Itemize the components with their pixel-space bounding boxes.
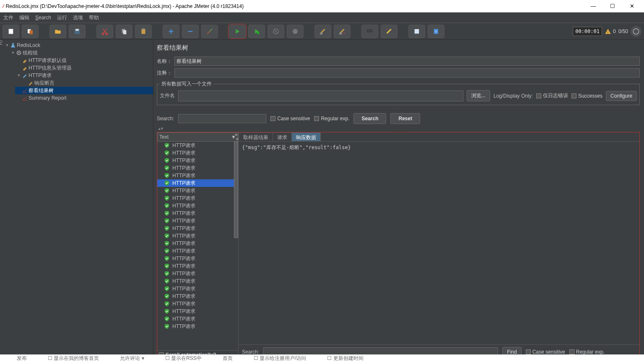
result-item[interactable]: HTTP请求 (157, 194, 238, 202)
wrench-icon (22, 65, 28, 71)
toggle-button[interactable] (201, 25, 218, 38)
menu-run[interactable]: 运行 (57, 14, 67, 21)
start-button[interactable] (229, 25, 246, 38)
footer-case-checkbox[interactable]: Case sensitive (526, 349, 565, 355)
browse-button[interactable]: 浏览... (467, 90, 490, 101)
comment-input[interactable] (174, 68, 640, 78)
search-tree-button[interactable] (361, 25, 378, 38)
test-plan-tree[interactable]: ▼ RedisLock ▼ 线程组 HTTP请求默认值 HTTP信息头管理器 ▼… (3, 40, 153, 362)
search-button[interactable]: Search (353, 113, 386, 124)
result-item-label: HTTP请求 (172, 263, 195, 270)
result-item[interactable]: HTTP请求 (157, 232, 238, 240)
result-item-label: HTTP请求 (172, 323, 195, 330)
result-item[interactable]: HTTP请求 (157, 277, 238, 285)
svg-rect-9 (142, 29, 145, 34)
copy-button[interactable] (116, 25, 132, 38)
renderer-dropdown[interactable]: Text▼ (157, 132, 238, 142)
result-item[interactable]: HTTP请求 (157, 255, 238, 262)
results-list[interactable]: HTTP请求HTTP请求HTTP请求HTTP请求HTTP请求HTTP请求HTTP… (157, 142, 238, 350)
case-sensitive-checkbox[interactable]: Case sensitive (270, 116, 310, 122)
open-button[interactable] (49, 25, 66, 38)
tab-sampler-result[interactable]: 取样器结果 (239, 132, 273, 141)
tree-thread-group[interactable]: ▼ 线程组 (9, 49, 153, 57)
result-item[interactable]: HTTP请求 (157, 292, 238, 300)
result-item[interactable]: HTTP请求 (157, 270, 238, 277)
tab-response-data[interactable]: 响应数据 (291, 132, 321, 141)
success-shield-icon (164, 308, 170, 314)
minimize-button[interactable]: — (584, 0, 603, 13)
results-scrollbar[interactable] (234, 142, 238, 238)
paste-button[interactable] (135, 25, 152, 38)
result-item[interactable]: HTTP请求 (157, 308, 238, 315)
tree-view-results-tree[interactable]: 察看结果树 (15, 87, 153, 94)
new-button[interactable] (3, 25, 19, 38)
result-item[interactable]: HTTP请求 (157, 315, 238, 323)
errors-only-checkbox[interactable]: 仅日志错误 (536, 92, 568, 99)
function-helper-button[interactable] (408, 25, 425, 38)
splitter-grip-2[interactable]: ▪▪▪▪▪ (155, 127, 641, 132)
menu-edit[interactable]: 编辑 (19, 14, 29, 21)
tree-response-assertion[interactable]: 响应断言 (21, 79, 153, 87)
result-item[interactable]: HTTP请求 (157, 202, 238, 209)
tree-http-request[interactable]: ▼ HTTP请求 (15, 72, 153, 79)
templates-button[interactable] (22, 25, 39, 38)
reset-search-button[interactable] (381, 25, 397, 38)
maximize-button[interactable]: ☐ (603, 0, 622, 13)
result-item[interactable]: HTTP请求 (157, 262, 238, 270)
menu-options[interactable]: 选项 (73, 14, 83, 21)
tree-http-defaults[interactable]: HTTP请求默认值 (15, 57, 153, 64)
expand-panel-button[interactable] (631, 26, 641, 37)
result-item[interactable]: HTTP请求 (157, 217, 238, 225)
menu-search[interactable]: Search (35, 15, 51, 21)
help-button[interactable]: ? (428, 25, 444, 38)
save-button[interactable] (69, 25, 86, 38)
svg-point-13 (293, 29, 298, 34)
warning-count[interactable]: ! 0 (605, 28, 616, 35)
elapsed-time: 00:00:01 (573, 27, 602, 36)
splitter-grip[interactable]: ▪▪▪▪▪ (155, 105, 641, 111)
shutdown-button[interactable] (287, 25, 304, 38)
tab-request[interactable]: 请求 (273, 132, 292, 141)
successes-checkbox[interactable]: Successes (571, 93, 602, 99)
response-body[interactable]: {"msg":"库存不足-熔断","result":false} (239, 142, 639, 344)
close-button[interactable]: ✕ (622, 0, 641, 13)
result-item[interactable]: HTTP请求 (157, 172, 238, 179)
configure-button[interactable]: Configure (606, 91, 637, 101)
cut-button[interactable] (96, 25, 113, 38)
result-item[interactable]: HTTP请求 (157, 142, 238, 149)
clear-all-button[interactable] (334, 25, 351, 38)
name-input[interactable] (174, 57, 640, 66)
result-item[interactable]: HTTP请求 (157, 225, 238, 232)
result-item[interactable]: HTTP请求 (157, 247, 238, 255)
menu-file[interactable]: 文件 (3, 14, 13, 21)
start-no-pause-button[interactable] (248, 25, 265, 38)
result-item[interactable]: HTTP请求 (157, 157, 238, 164)
expand-button[interactable] (163, 25, 179, 38)
result-item[interactable]: HTTP请求 (157, 323, 238, 330)
reset-button[interactable]: Reset (390, 113, 420, 124)
clear-button[interactable] (314, 25, 331, 38)
result-item[interactable]: HTTP请求 (157, 179, 238, 187)
panel-title: 察看结果树 (155, 41, 641, 55)
result-item[interactable]: HTTP请求 (157, 187, 238, 194)
footer-regex-checkbox[interactable]: Regular exp. (569, 349, 605, 355)
success-shield-icon (164, 218, 170, 224)
tree-root[interactable]: ▼ RedisLock (3, 41, 153, 49)
search-input[interactable] (178, 114, 266, 123)
result-item[interactable]: HTTP请求 (157, 300, 238, 308)
stop-button[interactable] (267, 25, 284, 38)
result-item-label: HTTP请求 (172, 172, 195, 179)
left-gutter: (H手手报 (0, 40, 3, 362)
result-item[interactable]: HTTP请求 (157, 164, 238, 172)
tree-summary-report[interactable]: Summary Report (15, 94, 153, 102)
tree-header-manager[interactable]: HTTP信息头管理器 (15, 64, 153, 72)
regex-checkbox[interactable]: Regular exp. (314, 116, 349, 122)
menu-help[interactable]: 帮助 (89, 14, 99, 21)
result-item[interactable]: HTTP请求 (157, 285, 238, 292)
success-shield-icon (164, 225, 170, 231)
result-item[interactable]: HTTP请求 (157, 149, 238, 157)
filename-input[interactable] (178, 90, 463, 101)
result-item[interactable]: HTTP请求 (157, 209, 238, 217)
result-item[interactable]: HTTP请求 (157, 240, 238, 247)
collapse-button[interactable] (182, 25, 199, 38)
